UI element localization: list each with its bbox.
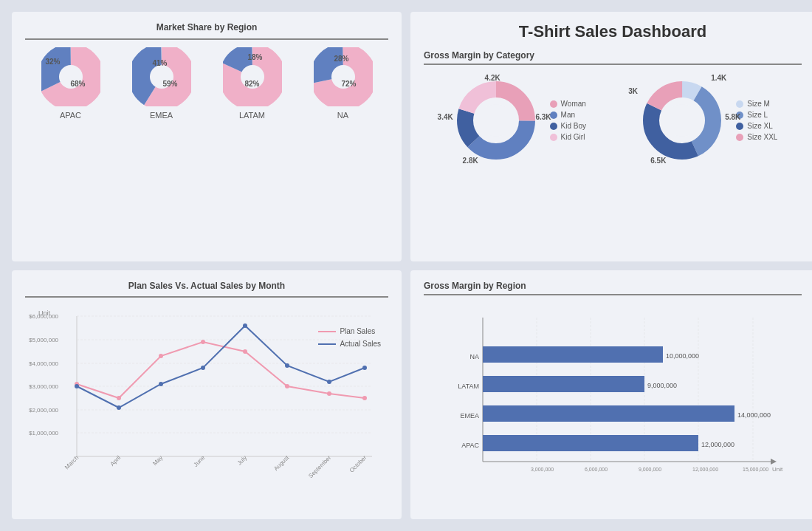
donut2-label-sizel: 5.8K bbox=[725, 113, 740, 121]
market-share-divider bbox=[25, 38, 388, 40]
market-share-panel: Market Share by Region 32% 68% APAC bbox=[12, 12, 402, 261]
svg-text:$3,000,000: $3,000,000 bbox=[29, 383, 59, 390]
svg-point-59 bbox=[327, 380, 331, 384]
legend-label-sizexl: Size XL bbox=[747, 122, 772, 130]
legend-label-woman: Woman bbox=[561, 100, 586, 108]
svg-text:$6,000,000: $6,000,000 bbox=[29, 313, 59, 320]
svg-text:14,000,000: 14,000,000 bbox=[737, 411, 771, 419]
legend-sizel: Size L bbox=[736, 111, 777, 119]
line-chart-panel: Plan Sales Vs. Actual Sales by Month Uni… bbox=[12, 270, 402, 520]
svg-point-2 bbox=[59, 65, 83, 89]
svg-text:9,000,000: 9,000,000 bbox=[647, 382, 677, 389]
donut1 bbox=[448, 72, 544, 168]
donut2-legend: Size M Size L Size XL Size XXL bbox=[736, 100, 777, 141]
donut1-label-man: 6.3K bbox=[535, 113, 551, 121]
bar-chart-wrapper: Unit 3,000,000 6,000,000 9,000,000 12,00… bbox=[424, 303, 802, 480]
donut2-label-sizexxl: 3K bbox=[628, 87, 638, 95]
plan-sales-label: Plan Sales bbox=[340, 327, 375, 335]
pie-charts-row: 32% 68% APAC 41% 59% EMEA bbox=[25, 47, 388, 120]
donut-row: 4.2K 6.3K 2.8K 3.4K Woman Man bbox=[424, 72, 802, 168]
svg-rect-82 bbox=[483, 376, 644, 392]
donut1-legend: Woman Man Kid Boy Kid Girl bbox=[550, 100, 586, 141]
market-share-title: Market Share by Region bbox=[25, 22, 388, 34]
gross-margin-cat-divider bbox=[424, 64, 802, 65]
right-top-panel: T-Shirt Sales Dashboard Gross Margin by … bbox=[410, 12, 812, 261]
donut2 bbox=[634, 72, 730, 168]
legend-woman: Woman bbox=[550, 100, 586, 108]
emea-label: EMEA bbox=[150, 111, 173, 120]
pie-emea: 41% 59% bbox=[132, 47, 191, 106]
legend-label-man: Man bbox=[561, 111, 575, 119]
gross-margin-region-panel: Gross Margin by Region Unit 3,000,000 6,… bbox=[410, 270, 812, 520]
actual-sales-label: Actual Sales bbox=[340, 340, 381, 348]
pie-latam: 18% 82% bbox=[223, 47, 282, 106]
svg-point-16 bbox=[480, 104, 512, 137]
donut2-label-sizem: 1.4K bbox=[711, 74, 726, 82]
svg-point-46 bbox=[117, 396, 121, 400]
svg-point-58 bbox=[285, 363, 289, 368]
svg-text:$1,000,000: $1,000,000 bbox=[29, 430, 59, 436]
legend-label-sizem: Size M bbox=[747, 100, 770, 108]
pie-apac: 32% 68% bbox=[41, 47, 100, 106]
donut1-item: 4.2K 6.3K 2.8K 3.4K Woman Man bbox=[448, 72, 586, 168]
svg-rect-85 bbox=[483, 346, 663, 363]
legend-dot-woman bbox=[550, 100, 557, 108]
gross-margin-region-title: Gross Margin by Region bbox=[424, 281, 802, 291]
donut1-label-kidboy: 2.8K bbox=[463, 157, 478, 165]
svg-text:$2,000,000: $2,000,000 bbox=[29, 407, 59, 414]
svg-text:9,000,000: 9,000,000 bbox=[639, 467, 661, 472]
svg-point-56 bbox=[201, 366, 205, 370]
legend-sizem: Size M bbox=[736, 100, 777, 108]
legend-label-kidgirl: Kid Girl bbox=[561, 133, 585, 141]
dashboard-title: T-Shirt Sales Dashboard bbox=[424, 22, 802, 41]
actual-sales-line-icon bbox=[318, 343, 336, 345]
svg-text:10,000,000: 10,000,000 bbox=[666, 352, 699, 360]
gross-margin-region-divider bbox=[424, 294, 802, 295]
svg-point-47 bbox=[159, 354, 163, 358]
legend-dot-sizexxl bbox=[736, 134, 743, 141]
line-chart-divider bbox=[25, 296, 388, 298]
svg-point-8 bbox=[241, 65, 264, 89]
svg-text:$4,000,000: $4,000,000 bbox=[29, 360, 59, 367]
gross-margin-cat-title: Gross Margin by Category bbox=[424, 50, 802, 61]
svg-marker-63 bbox=[771, 459, 777, 465]
svg-point-48 bbox=[201, 340, 205, 344]
plan-sales-line-icon bbox=[318, 331, 336, 332]
dashboard: Market Share by Region 32% 68% APAC bbox=[0, 0, 812, 531]
svg-point-54 bbox=[117, 405, 121, 410]
svg-point-57 bbox=[243, 323, 247, 328]
svg-text:15,000,000: 15,000,000 bbox=[743, 467, 768, 472]
apac-label: APAC bbox=[60, 111, 81, 120]
legend-dot-sizexl bbox=[736, 123, 743, 130]
svg-point-5 bbox=[150, 65, 173, 89]
legend-label-sizel: Size L bbox=[747, 111, 768, 119]
svg-text:6,000,000: 6,000,000 bbox=[585, 467, 608, 472]
legend-kidboy: Kid Boy bbox=[550, 122, 586, 130]
na-label: NA bbox=[337, 111, 348, 120]
svg-text:September: September bbox=[307, 454, 332, 479]
donut2-label-sizexl: 6.5K bbox=[650, 157, 666, 165]
legend-sizexxl: Size XXL bbox=[736, 133, 777, 141]
svg-text:March: March bbox=[63, 454, 80, 470]
svg-text:12,000,000: 12,000,000 bbox=[692, 467, 718, 472]
donut1-label-kidgirl: 3.4K bbox=[438, 113, 453, 121]
donut2-item: 1.4K 5.8K 6.5K 3K Size M Size L bbox=[634, 72, 777, 168]
svg-point-53 bbox=[75, 384, 79, 388]
svg-text:EMEA: EMEA bbox=[460, 412, 479, 419]
svg-text:Unit: Unit bbox=[772, 466, 783, 473]
plan-sales-legend: Plan Sales bbox=[318, 327, 381, 335]
actual-sales-legend: Actual Sales bbox=[318, 340, 381, 348]
svg-text:APAC: APAC bbox=[461, 442, 479, 449]
pie-item-apac: 32% 68% APAC bbox=[41, 47, 100, 120]
svg-text:LATAM: LATAM bbox=[458, 383, 479, 390]
svg-point-52 bbox=[362, 396, 367, 400]
svg-text:12,000,000: 12,000,000 bbox=[701, 441, 734, 448]
svg-rect-76 bbox=[483, 435, 698, 451]
svg-point-11 bbox=[331, 65, 355, 89]
svg-point-49 bbox=[243, 349, 247, 354]
donut1-label-woman: 4.2K bbox=[485, 74, 500, 82]
svg-rect-79 bbox=[483, 405, 734, 422]
svg-point-60 bbox=[362, 366, 367, 370]
svg-text:3,000,000: 3,000,000 bbox=[531, 467, 554, 472]
bar-chart-svg: Unit 3,000,000 6,000,000 9,000,000 12,00… bbox=[424, 303, 793, 480]
